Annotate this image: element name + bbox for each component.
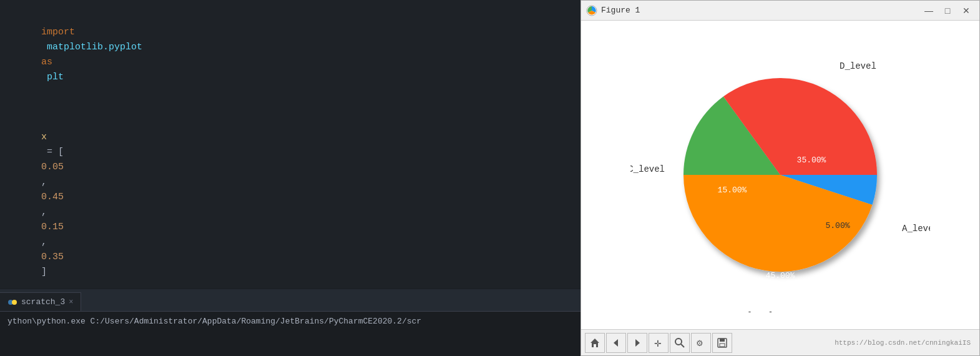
svg-line-8 [681,344,684,347]
configure-icon: ⚙ [695,337,707,349]
code-editor-panel: import matplotlib.pyplot as plt x = [ 0.… [0,0,581,356]
svg-rect-12 [720,344,725,347]
pct-d-level: 35.00% [797,156,826,165]
pct-b-level: 45.00% [766,271,795,280]
window-controls: — □ ✕ [921,4,974,17]
pie-chart: A_level B_level C_level D_level 5.00% 45… [630,37,930,312]
back-button[interactable] [606,333,626,353]
code-line-1: import matplotlib.pyplot as plt [7,10,573,100]
svg-marker-3 [590,339,599,347]
forward-button[interactable] [627,333,647,353]
forward-icon [632,337,643,349]
configure-button[interactable]: ⚙ [691,333,711,353]
var-x: x [41,132,47,142]
svg-marker-4 [614,339,618,347]
svg-point-1 [12,300,17,305]
num-2: 0.45 [41,192,64,202]
save-icon [717,337,728,349]
terminal-area: ython\python.exe C:/Users/Administrator/… [0,311,581,356]
zoom-button[interactable] [670,333,690,353]
toolbar-url: https://blog.csdn.net/cnningkaiIS [835,339,976,347]
code-line-3: x = [ 0.05 , 0.45 , 0.15 , 0.35 ] [7,115,573,289]
pct-a-level: 5.00% [825,221,850,230]
close-button[interactable]: ✕ [958,4,974,17]
figure-toolbar: ✛ ⚙ https://bl [581,329,979,355]
matplotlib-icon [586,5,597,16]
home-button[interactable] [585,333,605,353]
svg-point-7 [675,339,682,345]
figure-titlebar: Figure 1 — □ ✕ [581,1,979,21]
svg-marker-5 [635,339,640,347]
assign-op: = [ [41,147,64,157]
pct-c-level: 15.00% [718,185,747,195]
svg-rect-11 [720,339,725,342]
code-line-2 [7,100,573,115]
toolbar-buttons: ✛ ⚙ [585,333,732,353]
tab-bar: scratch_3 × [0,289,581,311]
keyword-import: import [41,27,75,37]
tab-scratch3[interactable]: scratch_3 × [0,292,81,311]
label-d-level: D_level [840,61,876,71]
zoom-icon [674,337,685,349]
home-icon [589,337,600,349]
num-1: 0.05 [41,162,64,172]
svg-text:⚙: ⚙ [696,339,703,348]
pie-slices [684,78,877,272]
svg-text:✛: ✛ [654,339,662,349]
num-4: 0.35 [41,252,64,262]
tab-label: scratch_3 [21,297,65,307]
figure-title-left: Figure 1 [586,5,640,16]
back-icon [610,337,622,349]
label-a-level: A_level [902,224,930,234]
maximize-button[interactable]: □ [939,4,956,17]
pan-icon: ✛ [653,337,664,349]
minimize-button[interactable]: — [921,4,937,17]
code-area: import matplotlib.pyplot as plt x = [ 0.… [0,0,581,289]
chart-area: A_level B_level C_level D_level 5.00% 45… [581,21,979,329]
python-file-icon [7,297,17,307]
alias-plt: plt [41,72,64,82]
keyword-as: as [41,57,52,67]
label-b-level: B_level [737,311,774,312]
save-button[interactable] [712,333,732,353]
figure-title: Figure 1 [601,6,640,15]
label-c-level: C_level [630,164,665,174]
terminal-output: ython\python.exe C:/Users/Administrator/… [7,317,573,326]
pan-button[interactable]: ✛ [649,333,669,353]
tab-close-icon[interactable]: × [69,298,73,307]
figure-window: Figure 1 — □ ✕ [581,0,980,356]
module-matplotlib: matplotlib.pyplot [41,42,148,52]
num-3: 0.15 [41,222,64,232]
